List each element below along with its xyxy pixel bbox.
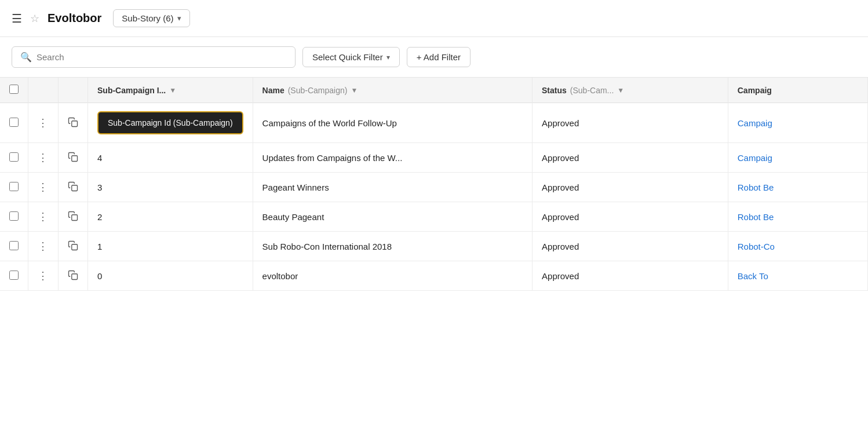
table-row: ⋮ 4Updates from Campaigns of the W...App…: [0, 143, 868, 173]
table-row: ⋮ 0evoltoborApprovedBack To: [0, 261, 868, 291]
row-id-value: 1: [97, 242, 102, 251]
row-name-value: Updates from Campaigns of the W...: [262, 153, 403, 163]
row-status-cell: Approved: [533, 173, 728, 202]
copy-icon[interactable]: [68, 152, 78, 162]
svg-rect-3: [72, 214, 78, 220]
row-name-cell: Pageant Winners: [253, 173, 532, 202]
row-actions-cell: ⋮: [28, 261, 59, 291]
row-id-cell: 4: [88, 143, 253, 173]
row-campaign-cell: Campaig: [728, 103, 867, 143]
star-icon[interactable]: ☆: [30, 12, 39, 25]
quick-filter-label: Select Quick Filter: [312, 52, 383, 62]
add-filter-button[interactable]: + Add Filter: [407, 47, 471, 67]
search-box: 🔍: [12, 46, 296, 68]
row-status-cell: Approved: [533, 103, 728, 143]
row-icon-cell: [59, 202, 88, 232]
header-name-sub: (Sub-Campaign): [288, 86, 348, 95]
row-campaign-link[interactable]: Robot Be: [738, 212, 774, 222]
row-id-value: 0: [97, 271, 102, 281]
row-checkbox[interactable]: [9, 182, 19, 191]
data-table: Sub-Campaign I... ▼ Name (Sub-Campaign) …: [0, 78, 868, 291]
row-name-value: Pageant Winners: [262, 182, 329, 192]
header-icon-col: [59, 78, 88, 103]
row-status-value: Approved: [542, 212, 579, 222]
row-checkbox-cell: [0, 173, 28, 202]
search-icon: 🔍: [20, 52, 32, 63]
row-checkbox[interactable]: [9, 118, 19, 127]
substory-badge-button[interactable]: Sub-Story (6) ▾: [113, 9, 189, 27]
filter-bar: 🔍 Select Quick Filter ▾ + Add Filter: [0, 37, 868, 78]
row-actions-icon[interactable]: ⋮: [38, 270, 49, 282]
quick-filter-button[interactable]: Select Quick Filter ▾: [302, 47, 400, 67]
row-icon-cell: [59, 143, 88, 173]
row-status-cell: Approved: [533, 143, 728, 173]
header-campaign-label: Campaig: [738, 86, 772, 95]
copy-icon[interactable]: [68, 211, 78, 221]
copy-icon[interactable]: [68, 181, 78, 192]
search-input[interactable]: [37, 52, 287, 62]
row-checkbox-cell: [0, 103, 28, 143]
row-icon-cell: [59, 173, 88, 202]
row-icon-cell: [59, 103, 88, 143]
row-campaign-link[interactable]: Campaig: [738, 153, 772, 163]
row-name-value: Campaigns of the World Follow-Up: [262, 118, 397, 128]
row-icon-cell: [59, 261, 88, 291]
row-campaign-link[interactable]: Robot Be: [738, 182, 774, 192]
header-campaign: Campaig: [728, 78, 867, 103]
row-campaign-link[interactable]: Robot-Co: [738, 242, 775, 251]
top-bar: ☰ ☆ Evoltobor Sub-Story (6) ▾: [0, 0, 868, 37]
sort-arrow-icon[interactable]: ▼: [169, 86, 176, 94]
table-header-row: Sub-Campaign I... ▼ Name (Sub-Campaign) …: [0, 78, 868, 103]
row-actions-icon[interactable]: ⋮: [38, 211, 49, 222]
row-id-value: 4: [97, 153, 102, 163]
row-name-value: Beauty Pageant: [262, 212, 324, 222]
row-status-cell: Approved: [533, 261, 728, 291]
header-actions-col: [28, 78, 59, 103]
table-row: ⋮ 2Beauty PageantApprovedRobot Be: [0, 202, 868, 232]
row-campaign-cell: Back To: [728, 261, 867, 291]
svg-rect-2: [72, 185, 78, 191]
header-sub-campaign-id[interactable]: Sub-Campaign I... ▼: [88, 78, 253, 103]
header-status[interactable]: Status (Sub-Cam... ▼: [533, 78, 728, 103]
row-campaign-cell: Robot Be: [728, 173, 867, 202]
row-actions-cell: ⋮: [28, 103, 59, 143]
row-checkbox-cell: [0, 202, 28, 232]
row-id-cell: 3: [88, 173, 253, 202]
select-all-checkbox[interactable]: [9, 85, 19, 94]
data-table-wrapper: Sub-Campaign I... ▼ Name (Sub-Campaign) …: [0, 78, 868, 291]
copy-icon[interactable]: [68, 117, 78, 127]
row-id-cell: Sub-Campaign Id (Sub-Campaign): [88, 103, 253, 143]
row-actions-icon[interactable]: ⋮: [38, 152, 49, 163]
row-name-value: Sub Robo-Con International 2018: [262, 242, 392, 251]
row-actions-cell: ⋮: [28, 173, 59, 202]
row-campaign-cell: Robot-Co: [728, 232, 867, 261]
row-actions-icon[interactable]: ⋮: [38, 240, 49, 252]
row-checkbox[interactable]: [9, 241, 19, 250]
status-sort-arrow-icon[interactable]: ▼: [617, 86, 624, 94]
row-name-cell: Updates from Campaigns of the W...: [253, 143, 532, 173]
row-checkbox[interactable]: [9, 211, 19, 221]
row-campaign-cell: Campaig: [728, 143, 867, 173]
row-campaign-cell: Robot Be: [728, 202, 867, 232]
row-checkbox[interactable]: [9, 271, 19, 280]
row-name-cell: evoltobor: [253, 261, 532, 291]
row-campaign-link[interactable]: Campaig: [738, 118, 772, 128]
row-actions-icon[interactable]: ⋮: [38, 181, 49, 193]
row-campaign-link[interactable]: Back To: [738, 271, 768, 281]
header-name[interactable]: Name (Sub-Campaign) ▼: [253, 78, 532, 103]
copy-icon[interactable]: [68, 270, 78, 280]
row-actions-cell: ⋮: [28, 143, 59, 173]
row-status-cell: Approved: [533, 202, 728, 232]
row-name-value: evoltobor: [262, 271, 298, 281]
row-checkbox[interactable]: [9, 152, 19, 162]
row-name-cell: Beauty Pageant: [253, 202, 532, 232]
row-id-value: 2: [97, 212, 102, 222]
hamburger-icon[interactable]: ☰: [12, 12, 22, 25]
name-sort-arrow-icon[interactable]: ▼: [351, 86, 358, 94]
row-name-cell: Campaigns of the World Follow-Up: [253, 103, 532, 143]
row-actions-icon[interactable]: ⋮: [38, 117, 49, 129]
copy-icon[interactable]: [68, 240, 78, 251]
row-status-cell: Approved: [533, 232, 728, 261]
substory-chevron-icon: ▾: [177, 14, 181, 23]
header-sub-campaign-id-label: Sub-Campaign I...: [97, 86, 166, 95]
